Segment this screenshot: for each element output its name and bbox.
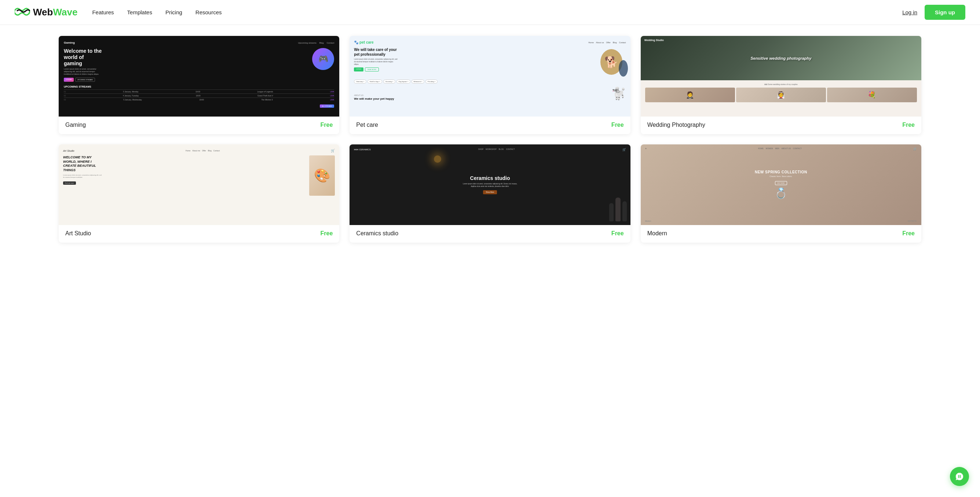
template-price-artstudio: Free	[321, 230, 333, 237]
template-info-petcare: Pet care Free	[350, 117, 630, 134]
template-name-ceramics: Ceramics studio	[356, 230, 398, 237]
logo-icon	[15, 6, 30, 18]
template-preview-gaming: Gaming Upcoming streamsBlogContact Welco…	[59, 36, 339, 117]
nav-features[interactable]: Features	[92, 9, 114, 15]
template-card-petcare[interactable]: 🐾 pet care HomeAbout usOfferBlogContact …	[350, 36, 630, 134]
nav-templates[interactable]: Templates	[127, 9, 152, 15]
nav-links: Features Templates Pricing Resources	[92, 9, 902, 16]
template-card-wedding[interactable]: Wedding Studio Sensitive wedding photogr…	[641, 36, 921, 134]
template-card-modern[interactable]: ⟡ HOMEWOMENMENABOUT USCONTACT 🛒 NEW SPRI…	[641, 144, 921, 243]
template-card-ceramics[interactable]: ⋈⋈ СERАМICS SHOPWORKSHOPBLOGCONTACT 🛒 Ce…	[350, 144, 630, 243]
nav-right: Log in Sign up	[902, 5, 965, 20]
template-preview-ceramics: ⋈⋈ СERАМICS SHOPWORKSHOPBLOGCONTACT 🛒 Ce…	[350, 144, 630, 225]
navbar: WebWave Features Templates Pricing Resou…	[0, 0, 980, 25]
signup-button[interactable]: Sign up	[924, 5, 965, 20]
template-price-petcare: Free	[611, 122, 624, 128]
template-name-artstudio: Art Studio	[65, 230, 91, 237]
logo-text: WebWave	[33, 6, 77, 18]
template-price-gaming: Free	[321, 122, 333, 128]
login-link[interactable]: Log in	[902, 9, 917, 15]
template-price-modern: Free	[902, 230, 915, 237]
template-info-wedding: Wedding Photography Free	[641, 117, 921, 134]
template-preview-petcare: 🐾 pet care HomeAbout usOfferBlogContact …	[350, 36, 630, 117]
template-name-wedding: Wedding Photography	[648, 122, 705, 128]
template-info-modern: Modern Free	[641, 225, 921, 243]
nav-pricing[interactable]: Pricing	[165, 9, 182, 15]
template-info-gaming: Gaming Free	[59, 117, 339, 134]
template-name-petcare: Pet care	[356, 122, 378, 128]
template-card-gaming[interactable]: Gaming Upcoming streamsBlogContact Welco…	[59, 36, 339, 134]
template-info-ceramics: Ceramics studio Free	[350, 225, 630, 243]
nav-resources[interactable]: Resources	[196, 9, 222, 15]
template-preview-wedding: Wedding Studio Sensitive wedding photogr…	[641, 36, 921, 117]
template-grid: Gaming Upcoming streamsBlogContact Welco…	[59, 36, 921, 243]
template-name-gaming: Gaming	[65, 122, 86, 128]
logo[interactable]: WebWave	[15, 6, 77, 18]
template-price-wedding: Free	[902, 122, 915, 128]
main-content: Gaming Upcoming streamsBlogContact Welco…	[0, 25, 980, 257]
template-preview-modern: ⟡ HOMEWOMENMENABOUT USCONTACT 🛒 NEW SPRI…	[641, 144, 921, 225]
template-info-artstudio: Art Studio Free	[59, 225, 339, 243]
template-name-modern: Modern	[648, 230, 667, 237]
template-price-ceramics: Free	[611, 230, 624, 237]
template-card-artstudio[interactable]: Art Studio HomeAbout meOfferBlogContact …	[59, 144, 339, 243]
template-preview-artstudio: Art Studio HomeAbout meOfferBlogContact …	[59, 144, 339, 225]
